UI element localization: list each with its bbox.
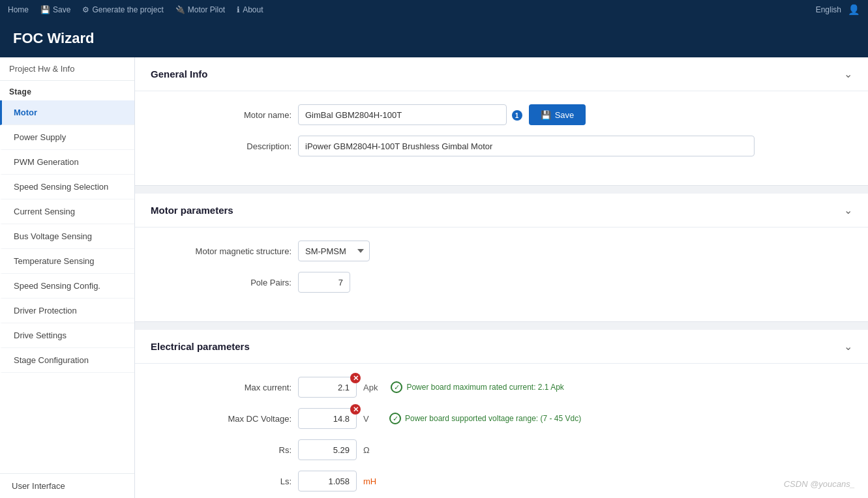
max-current-unit: Apk [363,383,378,392]
sidebar-item-speed-sensing-selection[interactable]: Speed Sensing Selection [0,175,134,199]
rs-label: Rs: [161,445,292,455]
check-circle-dc-icon: ✓ [389,413,401,424]
motor-parameters-title: Motor parameters [151,205,233,216]
sidebar-item-drive-settings[interactable]: Drive Settings [0,323,134,348]
max-current-wrap: ✕ [298,377,357,398]
pole-pairs-row: Pole Pairs: [161,272,842,293]
topbar: Home 💾 Save ⚙ Generate the project 🔌 Mot… [0,0,868,20]
ls-label: Ls: [161,476,292,486]
section-separator-1 [135,186,868,194]
electrical-parameters-section: Electrical parameters ⌄ Max current: ✕ A… [135,330,868,498]
save-button[interactable]: 💾 Save [529,104,586,125]
generate-icon: ⚙ [82,5,89,14]
sidebar-item-stage-configuration[interactable]: Stage Configuration [0,348,134,373]
max-current-validation: ✓ Power board maximum rated current: 2.1… [391,381,563,393]
generate-nav[interactable]: ⚙ Generate the project [82,5,163,14]
motor-parameters-chevron: ⌄ [844,204,852,216]
sidebar-item-power-supply[interactable]: Power Supply [0,125,134,150]
sidebar-stage-label: Stage [0,81,134,100]
rs-input[interactable] [298,439,357,460]
max-dc-voltage-label: Max DC Voltage: [161,414,292,424]
magnetic-structure-select[interactable]: SM-PMSM IPM SPM [298,241,370,261]
sidebar-item-current-sensing[interactable]: Current Sensing [0,199,134,224]
user-icon[interactable]: 👤 [848,4,860,16]
save-icon: 💾 [40,5,50,14]
sidebar-item-pwm-generation[interactable]: PWM Generation [0,150,134,175]
max-current-error-badge: ✕ [350,373,361,383]
pole-pairs-input[interactable] [298,272,350,293]
main-content: General Info ⌄ Motor name: 1 💾 Save [135,57,868,498]
max-current-row: Max current: ✕ Apk ✓ Power board maximum… [161,377,842,398]
max-dc-voltage-input[interactable] [298,408,357,429]
max-dc-voltage-unit: V [363,414,376,424]
max-dc-voltage-wrap: ✕ [298,408,357,429]
main-layout: Project Hw & Info Stage Motor Power Supp… [0,57,868,498]
sidebar-item-temperature-sensing[interactable]: Temperature Sensing [0,249,134,274]
motor-parameters-body: Motor magnetic structure: SM-PMSM IPM SP… [135,227,868,321]
language-label[interactable]: English [816,5,841,14]
max-current-label: Max current: [161,383,292,392]
pole-pairs-label: Pole Pairs: [161,278,292,287]
general-info-chevron: ⌄ [844,68,852,80]
max-dc-voltage-validation: ✓ Power board supported voltage range: (… [389,413,581,424]
app-header: FOC Wizard [0,20,868,57]
max-current-input[interactable] [298,377,357,398]
check-circle-icon: ✓ [391,381,402,393]
max-dc-voltage-error-badge: ✕ [350,404,361,415]
motor-name-row: Motor name: 1 💾 Save [161,104,842,125]
electrical-parameters-chevron: ⌄ [844,340,852,353]
motor-name-input[interactable] [298,104,507,125]
save-nav[interactable]: 💾 Save [40,5,70,14]
sidebar-item-driver-protection[interactable]: Driver Protection [0,299,134,323]
motor-name-info-badge: 1 [512,110,522,121]
topbar-right: English 👤 [816,4,860,16]
rs-unit: Ω [363,445,376,455]
general-info-section: General Info ⌄ Motor name: 1 💾 Save [135,57,868,186]
save-icon: 💾 [541,110,551,120]
electrical-parameters-header[interactable]: Electrical parameters ⌄ [135,330,868,364]
sidebar: Project Hw & Info Stage Motor Power Supp… [0,57,135,498]
motor-pilot-icon: 🔌 [175,5,185,14]
sidebar-item-project-hw-info[interactable]: Project Hw & Info [0,57,134,81]
info-circle-icon: ℹ [237,5,240,14]
about-nav[interactable]: ℹ About [237,5,263,14]
sidebar-item-user-interface[interactable]: User Interface [0,473,134,498]
description-row: Description: [161,136,842,156]
watermark: CSDN @youcans_ [784,479,855,489]
rs-row: Rs: Ω [161,439,842,460]
motor-parameters-header[interactable]: Motor parameters ⌄ [135,194,868,227]
general-info-body: Motor name: 1 💾 Save Description: [135,91,868,185]
sidebar-item-speed-sensing-config[interactable]: Speed Sensing Config. [0,274,134,299]
magnetic-structure-label: Motor magnetic structure: [161,246,292,256]
max-dc-voltage-row: Max DC Voltage: ✕ V ✓ Power board suppor… [161,408,842,429]
magnetic-structure-row: Motor magnetic structure: SM-PMSM IPM SP… [161,241,842,261]
sidebar-item-bus-voltage-sensing[interactable]: Bus Voltage Sensing [0,224,134,249]
electrical-parameters-title: Electrical parameters [151,341,250,352]
motor-name-label: Motor name: [161,110,292,120]
home-nav[interactable]: Home [8,5,29,14]
app-title: FOC Wizard [13,30,94,47]
sidebar-item-motor[interactable]: Motor [0,100,134,125]
ls-unit: mH [363,476,376,486]
general-info-title: General Info [151,68,208,80]
general-info-header[interactable]: General Info ⌄ [135,57,868,91]
ls-row: Ls: mH [161,471,842,491]
motor-name-input-wrap: 1 [298,104,522,125]
description-label: Description: [161,141,292,151]
motor-pilot-nav[interactable]: 🔌 Motor Pilot [175,5,225,14]
description-input[interactable] [298,136,755,156]
section-separator-2 [135,322,868,330]
ls-input[interactable] [298,471,357,491]
motor-parameters-section: Motor parameters ⌄ Motor magnetic struct… [135,194,868,322]
electrical-parameters-body: Max current: ✕ Apk ✓ Power board maximum… [135,364,868,498]
